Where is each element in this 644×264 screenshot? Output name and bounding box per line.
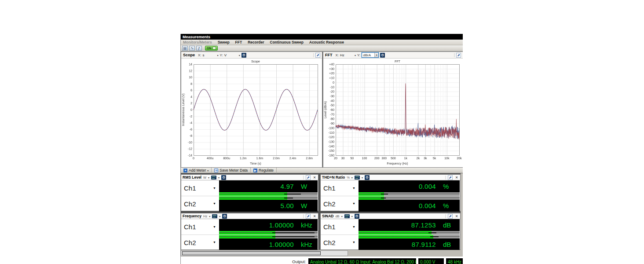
meter-bar xyxy=(359,196,460,200)
chevron-down-icon[interactable]: ▾ xyxy=(351,176,353,179)
channel-selector[interactable]: Ch2 ▼ xyxy=(321,235,359,250)
fft-panel-header: FFT X: Hz ▾ Y: dBrA ▼ ⚙ | ⬈ xyxy=(323,52,463,59)
chevron-down-icon[interactable]: ▾ xyxy=(209,215,210,218)
scope-chart-canvas[interactable] xyxy=(181,59,322,167)
meter-readout: 0.004 % xyxy=(359,180,460,192)
generator-on-toggle[interactable]: ON xyxy=(205,46,218,51)
meter-readout: 4.97 W xyxy=(219,180,318,192)
scrollbar-track[interactable] xyxy=(181,250,348,256)
meter-export-icon[interactable]: ⬈ xyxy=(448,175,453,180)
channel-selector[interactable]: Ch2 ▼ xyxy=(181,196,219,211)
meter-value: 0.004 xyxy=(419,183,436,190)
channel-selector[interactable]: Ch2 ▼ xyxy=(321,196,359,211)
play-icon: ▶ xyxy=(253,169,257,172)
close-icon[interactable]: ✕ xyxy=(312,176,317,180)
meter-value: 1.00000 xyxy=(269,241,294,248)
chevron-down-icon[interactable]: ▾ xyxy=(355,54,356,57)
meter-settings-gear-icon[interactable]: ⚙ xyxy=(221,175,226,180)
fft-settings-gear-icon[interactable]: ⚙ xyxy=(380,53,385,58)
chevron-down-icon[interactable]: ▾ xyxy=(218,176,220,179)
fft-export-graph-icon[interactable]: ⬈ xyxy=(456,53,461,58)
main-toolbar: ▤ ∿ ƒ ON xyxy=(181,45,463,51)
channel-selector[interactable]: Ch1 ▼ xyxy=(181,180,219,196)
scope-settings-gear-icon[interactable]: ⚙ xyxy=(242,53,246,58)
tab-monitors-meters[interactable]: Monitors/Meters xyxy=(183,40,212,44)
meter-body: Ch1 ▼ 0.004 % Ch2 ▼ xyxy=(321,180,460,211)
close-icon[interactable]: ✕ xyxy=(454,176,459,180)
fft-x-axis-select[interactable]: Hz xyxy=(340,53,352,57)
meter-panel-thdn-ratio: THD+N Ratio % ▾ ▾ ⚙ | ⬈ ✕ Ch1 ▼ xyxy=(320,174,461,211)
status-io-readout: Analog Unbal 12 Ω, 60 Ω Input: Analog Ba… xyxy=(308,258,416,264)
chevron-down-icon: ▼ xyxy=(352,225,355,228)
fft-y-axis-select[interactable]: dBrA ▼ xyxy=(362,52,379,58)
close-icon[interactable]: ✕ xyxy=(312,214,317,218)
charts-area: Scope X: s ▾ Y: V ▾ ⚙ | ⬈ FFT X: Hz ▾ Y: xyxy=(181,51,463,168)
window-title: Measurements xyxy=(183,35,210,39)
channel-row: Ch2 ▼ 87.9112 dB xyxy=(321,235,460,250)
close-icon[interactable]: ✕ xyxy=(454,214,459,218)
status-level-readout: 0.000 V xyxy=(418,258,444,264)
scope-export-graph-icon[interactable]: ⬈ xyxy=(315,53,320,58)
meter-value: 1.00000 xyxy=(269,221,294,229)
scrollbar-thumb[interactable] xyxy=(182,251,321,255)
meter-style-icon[interactable] xyxy=(355,176,360,180)
meter-settings-gear-icon[interactable]: ⚙ xyxy=(365,175,370,180)
channel-selector[interactable]: Ch1 ▼ xyxy=(181,219,219,235)
divider: | xyxy=(454,53,455,57)
tab-fft[interactable]: FFT xyxy=(235,40,242,44)
channel-selector[interactable]: Ch2 ▼ xyxy=(181,235,219,250)
plus-icon: + xyxy=(183,169,187,172)
scope-y-axis-select[interactable]: V xyxy=(224,53,237,57)
tab-continuous-sweep[interactable]: Continuous Sweep xyxy=(270,40,304,44)
chevron-down-icon[interactable]: ▾ xyxy=(219,215,220,218)
fft-x-axis-label: X: xyxy=(336,53,339,57)
scope-y-axis-label: Y: xyxy=(220,53,223,57)
channel-label: Ch2 xyxy=(184,239,196,246)
meter-value-unit: kHz xyxy=(301,241,314,248)
chevron-down-icon[interactable]: ▾ xyxy=(351,215,353,218)
analyzer-icon[interactable]: ƒ xyxy=(196,46,202,51)
chevron-down-icon[interactable]: ▾ xyxy=(208,176,209,179)
scope-x-axis-select[interactable]: s xyxy=(203,53,215,57)
meter-unit-select[interactable]: % xyxy=(347,176,350,180)
fft-chart-canvas[interactable] xyxy=(323,59,463,167)
chevron-down-icon[interactable]: ▾ xyxy=(217,54,219,57)
tab-acoustic-response[interactable]: Acoustic Response xyxy=(309,40,344,44)
tab-recorder[interactable]: Recorder xyxy=(248,40,264,44)
window-title-bar: Measurements xyxy=(181,34,463,40)
chevron-down-icon: ▼ xyxy=(352,202,355,205)
chevron-down-icon[interactable]: ▾ xyxy=(239,54,240,57)
meter-export-icon[interactable]: ⬈ xyxy=(448,214,453,219)
save-meter-data-label: Save Meter Data xyxy=(220,168,248,172)
scope-panel-title: Scope xyxy=(183,53,195,57)
meter-export-icon[interactable]: ⬈ xyxy=(306,175,311,180)
meter-unit-select[interactable]: Hz xyxy=(203,214,207,218)
generator-icon[interactable]: ∿ xyxy=(189,46,195,51)
channel-row: Ch1 ▼ 0.004 % xyxy=(321,180,460,196)
chevron-down-icon[interactable]: ▾ xyxy=(341,215,343,218)
on-toggle-label: ON xyxy=(207,47,212,50)
channel-selector[interactable]: Ch1 ▼ xyxy=(321,219,359,235)
meter-unit-select[interactable]: dB xyxy=(335,214,339,218)
channel-label: Ch2 xyxy=(323,200,336,208)
meter-header: SINAD dB ▾ ▾ ⚙ | ⬈ ✕ xyxy=(321,213,460,219)
meter-export-icon[interactable]: ⬈ xyxy=(306,214,311,219)
meter-settings-gear-icon[interactable]: ⚙ xyxy=(355,214,359,219)
meter-style-icon[interactable] xyxy=(344,214,350,218)
channel-row: Ch2 ▼ 0.004 % xyxy=(321,196,460,211)
meters-view-icon[interactable]: ▤ xyxy=(182,46,188,51)
chevron-down-icon[interactable]: ▼ xyxy=(374,53,378,57)
save-meter-data-button[interactable]: ▤ Save Meter Data xyxy=(212,168,251,173)
meter-settings-gear-icon[interactable]: ⚙ xyxy=(222,214,227,219)
regulate-button[interactable]: ▶ Regulate xyxy=(251,168,277,173)
channel-selector[interactable]: Ch1 ▼ xyxy=(321,180,359,196)
divider: | xyxy=(445,175,446,180)
add-meter-button[interactable]: + Add Meter ▾ xyxy=(181,168,212,173)
chevron-down-icon[interactable]: ▾ xyxy=(362,176,363,179)
chevron-down-icon: ▼ xyxy=(213,225,216,228)
tab-sweep[interactable]: Sweep xyxy=(218,40,230,44)
meter-unit-select[interactable]: W xyxy=(203,176,206,180)
horizontal-scrollbar[interactable] xyxy=(181,250,463,257)
meter-style-icon[interactable] xyxy=(212,214,217,218)
meter-style-icon[interactable] xyxy=(211,176,216,180)
